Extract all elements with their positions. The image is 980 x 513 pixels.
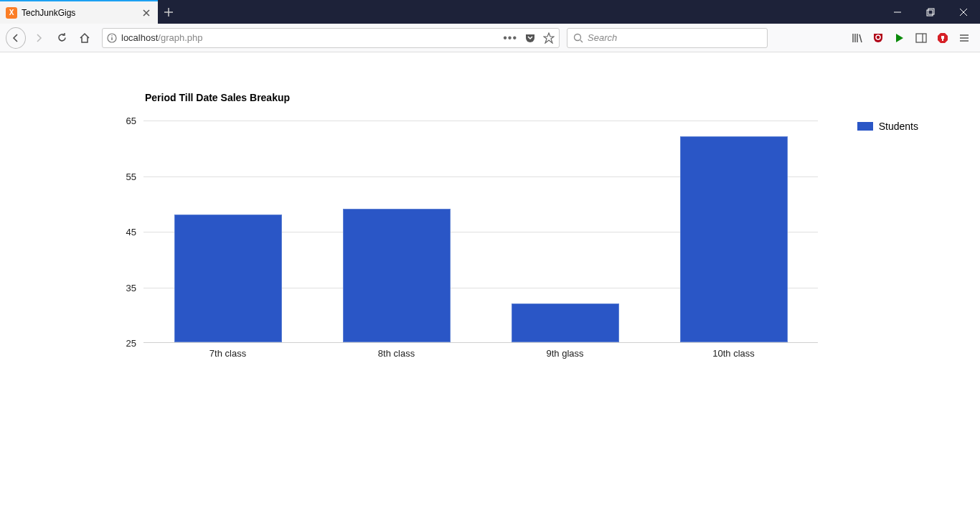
page-content: Period Till Date Sales Breakup Students … [0, 52, 980, 357]
legend-swatch-icon [857, 122, 873, 131]
browser-toolbar: localhost/graph.php ••• Search [0, 24, 980, 52]
chart-ytick-label: 55 [126, 171, 136, 182]
svg-point-4 [575, 34, 581, 40]
url-bar[interactable]: localhost/graph.php ••• [102, 28, 560, 48]
chart-bar[interactable] [174, 215, 282, 342]
search-icon [573, 33, 583, 43]
ublock-icon[interactable] [872, 32, 884, 44]
legend-label: Students [879, 121, 918, 132]
browser-tab-active[interactable]: X TechJunkGigs [0, 0, 158, 24]
chart-ytick-label: 65 [126, 116, 136, 126]
svg-rect-1 [928, 9, 934, 14]
nav-reload-button[interactable] [52, 28, 72, 48]
hamburger-menu-icon[interactable] [958, 32, 970, 44]
url-text: localhost/graph.php [121, 32, 202, 43]
library-icon[interactable] [851, 32, 862, 44]
xampp-favicon-icon: X [6, 7, 17, 19]
sidebar-icon[interactable] [915, 32, 927, 44]
svg-rect-7 [941, 36, 944, 39]
nav-forward-button [29, 28, 49, 48]
svg-rect-6 [916, 34, 926, 42]
window-minimize-icon[interactable] [881, 0, 914, 24]
tab-close-icon[interactable] [141, 7, 152, 19]
bookmark-star-icon[interactable] [543, 32, 555, 44]
chart-legend: Students [857, 121, 918, 132]
nav-home-button[interactable] [75, 28, 95, 48]
nav-back-button[interactable] [6, 28, 26, 48]
chart-xtick-label: 9th glass [546, 348, 583, 359]
chart-ytick-label: 25 [126, 338, 136, 349]
search-placeholder: Search [588, 32, 617, 43]
adblock-icon[interactable] [937, 32, 948, 44]
chart-bar[interactable] [343, 209, 451, 342]
idm-icon[interactable] [894, 32, 905, 44]
tab-title: TechJunkGigs [22, 8, 75, 18]
chart-bar[interactable] [512, 303, 619, 342]
chart-ytick-label: 45 [126, 227, 136, 237]
chart-ytick-label: 35 [126, 282, 136, 293]
window-close-icon[interactable] [947, 0, 980, 24]
window-titlebar: X TechJunkGigs [0, 0, 980, 24]
chart-xtick-label: 7th class [209, 348, 246, 359]
chart-bar[interactable] [680, 136, 788, 342]
window-maximize-icon[interactable] [914, 0, 947, 24]
site-info-icon[interactable] [107, 33, 117, 43]
svg-point-3 [111, 35, 113, 37]
chart-gridline [143, 121, 818, 121]
chart-xtick-label: 10th class [712, 348, 755, 359]
chart: Period Till Date Sales Breakup Students … [143, 92, 818, 357]
new-tab-button[interactable] [158, 0, 179, 24]
chart-title: Period Till Date Sales Breakup [145, 92, 818, 103]
search-bar[interactable]: Search [567, 28, 768, 48]
svg-rect-0 [927, 10, 933, 16]
pocket-icon[interactable] [524, 32, 536, 44]
chart-plot-area: Students 25354555657th class8th class9th… [143, 121, 818, 343]
chart-xtick-label: 8th class [378, 348, 415, 359]
page-actions-icon[interactable]: ••• [503, 32, 517, 44]
